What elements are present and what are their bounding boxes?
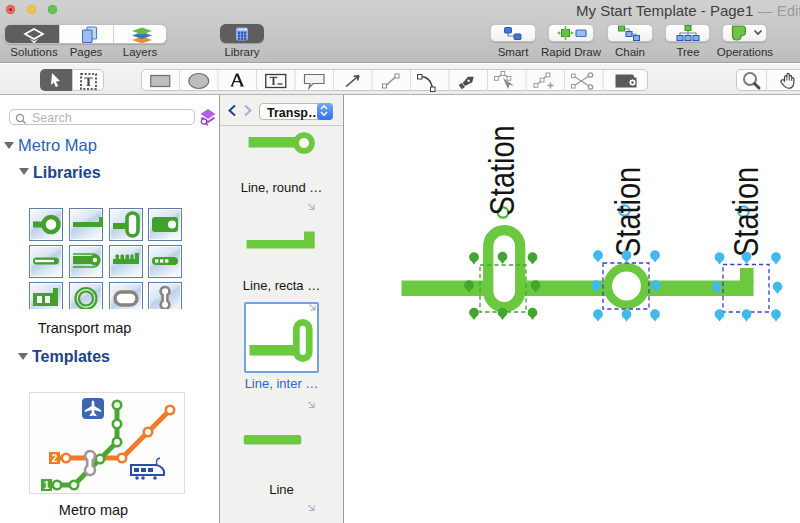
svg-text:2: 2	[52, 453, 58, 464]
svg-text:Station: Station	[726, 167, 765, 257]
svg-text:Station: Station	[608, 167, 647, 257]
svg-text:1: 1	[44, 480, 50, 491]
svg-text:Station: Station	[482, 125, 521, 215]
